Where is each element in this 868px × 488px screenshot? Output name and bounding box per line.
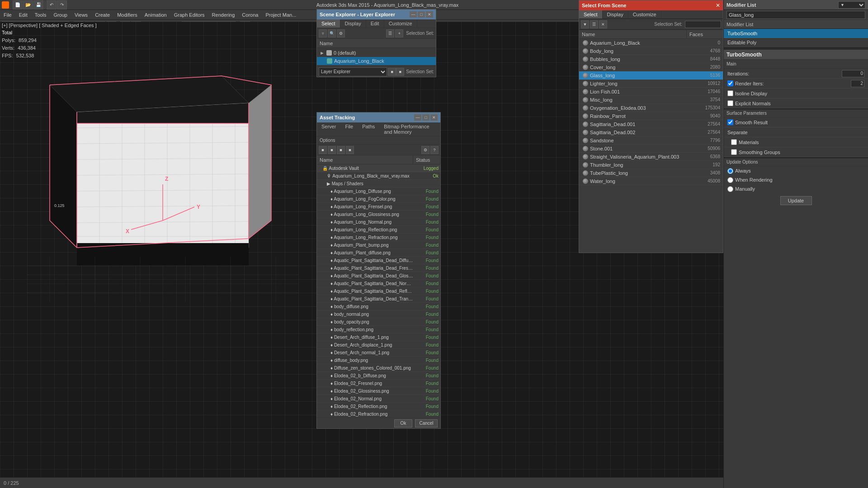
mod-name-input[interactable] xyxy=(726,11,865,19)
asset-file-row[interactable]: ♦ Elodea_02_Reflection.pngFound xyxy=(317,403,440,410)
sfs-object-row[interactable]: Rainbow_Parrot9040 xyxy=(579,112,723,120)
at-close-btn[interactable]: ✕ xyxy=(430,114,438,121)
sfs-object-row[interactable]: Water_long45008 xyxy=(579,177,723,185)
turbosmooth-section-header[interactable]: TurboSmooth xyxy=(724,50,868,60)
mod-panel-select[interactable]: ▼ xyxy=(838,1,865,9)
layer-explorer-select[interactable]: Layer Explorer xyxy=(319,67,387,76)
sfs-object-row[interactable]: Bubbles_long8448 xyxy=(579,55,723,63)
sfs-object-row[interactable]: TubePlastic_long3408 xyxy=(579,169,723,177)
asset-file-row[interactable]: ♦ Aquatic_Plant_Sagittaria_Dead_Glossin.… xyxy=(317,272,440,280)
asset-file-row[interactable]: ♦ Aquarium_Long_Normal.pngFound xyxy=(317,218,440,226)
asset-file-row[interactable]: ♦ Elodea_02_Refraction.pngFound xyxy=(317,410,440,418)
menu-file[interactable]: File xyxy=(0,11,15,19)
sfs-filter-btn[interactable]: ▼ xyxy=(581,20,589,28)
menu-group[interactable]: Group xyxy=(50,11,71,19)
layer-row-default[interactable]: ► 0 (default) xyxy=(317,49,436,57)
asset-tracking-header[interactable]: Asset Tracking — □ ✕ xyxy=(317,113,440,122)
asset-menu-file[interactable]: File xyxy=(340,122,358,136)
mod-item-editpoly[interactable]: Editable Poly xyxy=(724,38,868,47)
asset-file-row[interactable]: ♦ Aquarium_Long_Reflection.pngFound xyxy=(317,226,440,234)
asset-file-row[interactable]: ♦ Aquatic_Plant_Sagittaria_Dead_Translu.… xyxy=(317,295,440,303)
asset-file-row[interactable]: ♦ diffuse_body.pngFound xyxy=(317,357,440,364)
at-help-btn[interactable]: ? xyxy=(430,146,439,154)
sfs-object-row[interactable]: Misc_long3754 xyxy=(579,96,723,104)
se-tab-edit[interactable]: Edit xyxy=(366,19,384,28)
at-btn1[interactable]: ■ xyxy=(319,146,327,154)
asset-menu-paths[interactable]: Paths xyxy=(358,122,379,136)
sfs-object-row[interactable]: Cover_long2080 xyxy=(579,63,723,71)
asset-file-row[interactable]: ♦ Elodea_02_b_Diffuse.pngFound xyxy=(317,372,440,380)
manually-radio[interactable] xyxy=(727,186,733,192)
always-radio[interactable] xyxy=(727,168,733,174)
menu-corona[interactable]: Corona xyxy=(238,11,262,19)
sfs-object-row[interactable]: Lion Fish.00117046 xyxy=(579,88,723,96)
asset-file-row[interactable]: ♦ Desert_Arch_normal_1.pngFound xyxy=(317,349,440,357)
new-btn[interactable]: 📄 xyxy=(13,0,23,9)
menu-create[interactable]: Create xyxy=(91,11,113,19)
menu-animation[interactable]: Animation xyxy=(141,11,170,19)
asset-menu-server[interactable]: Server xyxy=(317,122,340,136)
asset-file-row[interactable]: ♦ body_normal.pngFound xyxy=(317,310,440,318)
menu-edit[interactable]: Edit xyxy=(15,11,31,19)
explicit-normals-check[interactable] xyxy=(727,100,733,106)
at-minimize-btn[interactable]: — xyxy=(414,114,421,121)
asset-row-max[interactable]: 🎙 Aquarium_Long_Black_max_vray.max Ok xyxy=(317,172,440,180)
scene-explorer-header[interactable]: Scene Explorer - Layer Explorer — □ ✕ xyxy=(317,9,436,19)
asset-file-row[interactable]: ♦ Elodea_02_Fresnel.pngFound xyxy=(317,380,440,387)
sfs-tab-select[interactable]: Select xyxy=(579,10,603,19)
menu-project[interactable]: Project Man... xyxy=(262,11,300,19)
asset-file-row[interactable]: ♦ Aquatic_Plant_Sagittaria_Dead_Diffuse.… xyxy=(317,257,440,264)
menu-graph-editors[interactable]: Graph Editors xyxy=(170,11,208,19)
render-iters-check[interactable] xyxy=(727,80,733,86)
undo-btn[interactable]: ↶ xyxy=(47,0,57,9)
asset-file-row[interactable]: ♦ Desert_Arch_displace_1.pngFound xyxy=(317,341,440,349)
asset-file-row[interactable]: ♦ Aquatic_Plant_Sagittaria_Dead_Fresnel.… xyxy=(317,264,440,272)
asset-file-row[interactable]: ♦ Aquarium_Long_FogColor.pngFound xyxy=(317,195,440,203)
sfs-sel-input[interactable] xyxy=(685,21,721,28)
se-minimize-btn[interactable]: — xyxy=(410,11,417,18)
asset-file-row[interactable]: ♦ Aquarium_Plant_diffuse.pngFound xyxy=(317,249,440,257)
menu-rendering[interactable]: Rendering xyxy=(208,11,239,19)
asset-file-row[interactable]: ♦ body_opacity.pngFound xyxy=(317,318,440,326)
sfs-object-row[interactable]: Body_long4768 xyxy=(579,47,723,55)
asset-file-row[interactable]: ♦ Aquarium_Long_Diffuse.pngFound xyxy=(317,188,440,195)
se-new-btn[interactable]: + xyxy=(395,29,403,38)
layer-row-aquarium[interactable]: Aquarium_Long_Black xyxy=(317,57,436,65)
redo-btn[interactable]: ↷ xyxy=(57,0,67,9)
layer-btn2[interactable]: ■ xyxy=(396,68,404,76)
smooth-result-check[interactable] xyxy=(727,119,733,125)
at-btn4[interactable]: ■ xyxy=(346,146,354,154)
se-close-btn[interactable]: ✕ xyxy=(426,11,433,18)
save-btn[interactable]: 💾 xyxy=(33,0,43,9)
sfs-object-row[interactable]: Aquarium_Long_Black0 xyxy=(579,39,723,47)
se-tab-select[interactable]: Select xyxy=(317,19,340,28)
asset-file-row[interactable]: ♦ Aquarium_Long_Glossiness.pngFound xyxy=(317,211,440,218)
at-settings-btn[interactable]: ⚙ xyxy=(421,146,429,154)
se-search-btn[interactable]: 🔍 xyxy=(328,29,336,38)
asset-file-row[interactable]: ♦ Aquarium_Plant_bump.pngFound xyxy=(317,241,440,249)
sfs-object-row[interactable]: Lighter_long10912 xyxy=(579,80,723,88)
isoline-check[interactable] xyxy=(727,90,733,96)
sfs-tab-display[interactable]: Display xyxy=(603,10,628,19)
when-rendering-radio[interactable] xyxy=(727,177,733,183)
asset-file-row[interactable]: ♦ Aquarium_Long_Refraction.pngFound xyxy=(317,234,440,241)
se-tab-customize[interactable]: Customize xyxy=(384,19,417,28)
asset-menu-bitmap[interactable]: Bitmap Performance and Memory xyxy=(379,122,440,136)
menu-modifiers[interactable]: Modifiers xyxy=(113,11,141,19)
asset-file-row[interactable]: ♦ body_diffuse.pngFound xyxy=(317,303,440,310)
se-maximize-btn[interactable]: □ xyxy=(418,11,425,18)
mod-item-turbosmooth[interactable]: TurboSmooth xyxy=(724,29,868,38)
sfs-object-row[interactable]: Sagittaria_Dead.00127564 xyxy=(579,120,723,128)
sfs-tab-customize[interactable]: Customize xyxy=(628,10,661,19)
layer-btn1[interactable]: ■ xyxy=(388,68,396,76)
asset-file-row[interactable]: ♦ body_reflection.pngFound xyxy=(317,326,440,333)
sfs-object-row[interactable]: Sagittaria_Dead.00227564 xyxy=(579,128,723,136)
se-options-btn[interactable]: ⚙ xyxy=(337,29,345,38)
materials-check[interactable] xyxy=(731,139,737,145)
asset-file-row[interactable]: ♦ Aquatic_Plant_Sagittaria_Dead_Norma...… xyxy=(317,280,440,287)
asset-file-row[interactable]: ♦ Aquarium_Long_Frensel.pngFound xyxy=(317,203,440,211)
asset-row-vault[interactable]: 🔒 Autodesk Vault Logged xyxy=(317,164,440,172)
sfs-header[interactable]: Select From Scene ✕ xyxy=(579,0,723,10)
sfs-object-row[interactable]: Thumbler_long192 xyxy=(579,161,723,169)
menu-tools[interactable]: Tools xyxy=(31,11,50,19)
